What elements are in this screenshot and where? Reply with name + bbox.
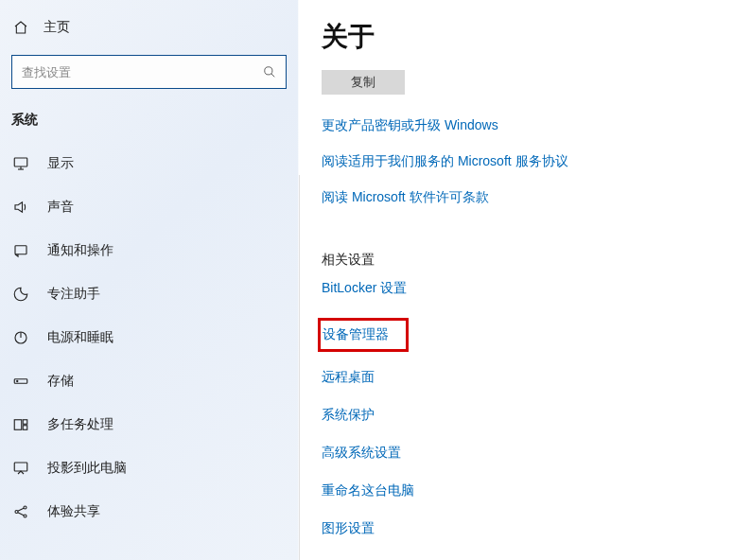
settings-sidebar: 主页 系统 显示 声音 (0, 0, 299, 560)
sidebar-item-notifications[interactable]: 通知和操作 (0, 229, 298, 272)
link-remote-desktop[interactable]: 远程桌面 (322, 369, 710, 386)
copy-button[interactable]: 复制 (322, 70, 405, 95)
related-links: BitLocker 设置 设备管理器 远程桌面 系统保护 高级系统设置 重命名这… (322, 280, 710, 537)
search-box[interactable] (11, 55, 287, 89)
sidebar-nav: 显示 声音 通知和操作 专注助手 (0, 142, 298, 534)
projecting-icon (11, 460, 30, 477)
sidebar-item-multitasking[interactable]: 多任务处理 (0, 403, 298, 446)
link-rename-pc[interactable]: 重命名这台电脑 (322, 482, 710, 499)
sidebar-item-focus[interactable]: 专注助手 (0, 272, 298, 316)
svg-point-14 (15, 511, 18, 514)
related-settings-heading: 相关设置 (322, 252, 710, 269)
focus-icon (11, 286, 30, 303)
svg-rect-13 (14, 463, 27, 471)
top-links: 更改产品密钥或升级 Windows 阅读适用于我们服务的 Microsoft 服… (322, 117, 710, 206)
link-change-product-key[interactable]: 更改产品密钥或升级 Windows (322, 117, 710, 134)
storage-icon (11, 373, 30, 390)
sidebar-item-shared[interactable]: 体验共享 (0, 490, 298, 534)
link-bitlocker[interactable]: BitLocker 设置 (322, 280, 710, 297)
sidebar-item-projecting[interactable]: 投影到此电脑 (0, 446, 298, 490)
link-license-terms[interactable]: 阅读 Microsoft 软件许可条款 (322, 189, 710, 206)
svg-line-18 (18, 513, 24, 516)
power-icon (11, 329, 30, 346)
link-advanced-settings[interactable]: 高级系统设置 (322, 445, 710, 462)
sound-icon (11, 199, 30, 216)
link-service-agreement[interactable]: 阅读适用于我们服务的 Microsoft 服务协议 (322, 153, 710, 170)
svg-point-9 (17, 380, 18, 381)
main-content: 关于 复制 更改产品密钥或升级 Windows 阅读适用于我们服务的 Micro… (299, 0, 733, 560)
sidebar-item-label: 体验共享 (47, 503, 100, 520)
link-device-manager[interactable]: 设备管理器 (323, 326, 389, 343)
sidebar-item-label: 显示 (47, 155, 74, 172)
sidebar-item-home[interactable]: 主页 (0, 9, 298, 45)
search-input[interactable] (22, 65, 263, 79)
display-icon (11, 155, 30, 172)
sidebar-item-power[interactable]: 电源和睡眠 (0, 316, 298, 359)
sidebar-item-label: 投影到此电脑 (47, 460, 127, 477)
sidebar-item-label: 存储 (47, 373, 74, 390)
sidebar-item-display[interactable]: 显示 (0, 142, 298, 185)
notification-icon (11, 242, 30, 259)
sidebar-home-label: 主页 (44, 19, 70, 36)
search-icon (263, 65, 276, 79)
multitasking-icon (11, 416, 30, 433)
svg-rect-5 (15, 246, 26, 254)
sidebar-section-title: 系统 (0, 104, 298, 142)
link-graphics-settings[interactable]: 图形设置 (322, 520, 710, 537)
sidebar-item-label: 电源和睡眠 (47, 329, 113, 346)
page-title: 关于 (322, 19, 710, 55)
svg-rect-2 (14, 158, 27, 166)
svg-point-0 (265, 67, 272, 75)
svg-point-16 (24, 515, 26, 517)
link-system-protection[interactable]: 系统保护 (322, 407, 710, 424)
sidebar-item-storage[interactable]: 存储 (0, 359, 298, 403)
sidebar-item-label: 通知和操作 (47, 242, 113, 259)
svg-rect-12 (23, 426, 27, 430)
svg-line-1 (271, 74, 275, 78)
sidebar-item-label: 多任务处理 (47, 416, 113, 433)
highlight-device-manager: 设备管理器 (318, 318, 409, 352)
sidebar-item-sound[interactable]: 声音 (0, 185, 298, 229)
share-icon (11, 503, 30, 520)
home-icon (11, 20, 30, 35)
svg-line-17 (18, 508, 24, 511)
svg-rect-10 (14, 420, 22, 430)
svg-point-15 (24, 506, 26, 509)
sidebar-item-label: 声音 (47, 199, 74, 216)
svg-rect-11 (23, 420, 27, 425)
sidebar-item-label: 专注助手 (47, 286, 100, 303)
